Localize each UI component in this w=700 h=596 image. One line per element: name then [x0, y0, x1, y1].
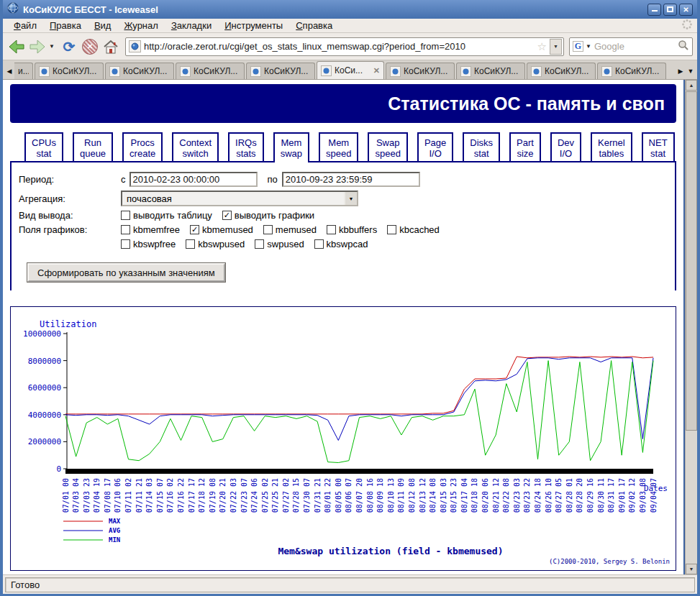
- menu-file[interactable]: Файл: [7, 19, 43, 32]
- svg-text:08/26 10: 08/26 10: [545, 478, 553, 513]
- utilization-chart: Utilization02000000400000060000008000000…: [10, 306, 676, 571]
- svg-text:08/18 18: 08/18 18: [471, 478, 478, 513]
- history-dropdown-icon[interactable]: ▼: [49, 43, 58, 50]
- url-dropdown-button[interactable]: ▼: [550, 39, 562, 55]
- checkbox-icon: ✓: [121, 211, 130, 220]
- checkbox-kbbuffers[interactable]: ✓ kbbuffers: [327, 224, 377, 235]
- os-tab-net-stat[interactable]: NETstat: [642, 132, 675, 161]
- menu-tools[interactable]: Инструменты: [218, 19, 289, 32]
- status-bar: Готово: [3, 574, 697, 594]
- svg-text:0: 0: [56, 464, 61, 474]
- os-tab-cpus-stat[interactable]: CPUsstat: [24, 132, 63, 161]
- svg-text:07/04 19: 07/04 19: [93, 478, 101, 513]
- svg-text:08/28 20: 08/28 20: [576, 478, 583, 513]
- aggregation-select[interactable]: почасовая ▼: [121, 191, 358, 206]
- os-tab-irqs-stats[interactable]: IRQsstats: [228, 132, 264, 161]
- window-titlebar[interactable]: КоСиКУЛС БЕССТ - Iceweasel ✕: [3, 0, 697, 19]
- browser-tab[interactable]: и...: [14, 63, 33, 79]
- checkbox-kbswpcad[interactable]: ✓ kbswpcad: [314, 239, 368, 249]
- menu-help[interactable]: Справка: [289, 19, 339, 32]
- maximize-button[interactable]: [663, 4, 677, 16]
- reload-button[interactable]: ⟳: [60, 36, 78, 58]
- page-title: Статистика ОС - память и своп: [10, 84, 676, 123]
- scrollbar-track[interactable]: ▲ ▼: [685, 80, 697, 574]
- tabs-list-dropdown-icon[interactable]: ▼: [686, 63, 696, 79]
- tabs-scroll-left-icon[interactable]: ◀: [4, 63, 14, 79]
- scrollbar-down-button[interactable]: ▼: [686, 564, 697, 574]
- browser-tab[interactable]: КоСиКУЛ...: [35, 63, 104, 79]
- menu-edit[interactable]: Правка: [43, 19, 88, 32]
- menu-bookmarks[interactable]: Закладки: [165, 19, 218, 32]
- app-icon: [7, 2, 19, 17]
- os-tab-part-size[interactable]: Partsize: [509, 132, 541, 161]
- close-button[interactable]: ✕: [679, 4, 693, 16]
- browser-tab[interactable]: КоСиКУЛ...: [246, 63, 315, 79]
- browser-tab[interactable]: КоСиКУЛ...: [386, 63, 455, 79]
- menu-history[interactable]: Журнал: [117, 19, 164, 32]
- search-icon[interactable]: [678, 40, 689, 54]
- svg-text:07/16 02: 07/16 02: [166, 478, 174, 513]
- scrollbar-thumb[interactable]: [686, 91, 697, 431]
- browser-tab[interactable]: КоСиКУЛ...: [456, 63, 525, 79]
- svg-text:2000000: 2000000: [28, 437, 61, 446]
- scrollbar-up-button[interactable]: ▲: [686, 80, 697, 91]
- os-tab-mem-swap[interactable]: Memswap: [273, 132, 309, 162]
- svg-text:07/25 21: 07/25 21: [271, 478, 279, 513]
- bookmark-star-icon[interactable]: ☆: [537, 41, 547, 52]
- generate-button[interactable]: Сформировать по указанным значениям: [27, 263, 225, 282]
- url-bar: ☆ ▼: [125, 37, 564, 56]
- svg-text:08/10 13: 08/10 13: [387, 478, 395, 513]
- chevron-down-icon[interactable]: ▼: [344, 192, 357, 205]
- checkbox-kbmemfree[interactable]: ✓ kbmemfree: [121, 224, 180, 235]
- browser-tab[interactable]: КоСиКУЛ...: [527, 63, 596, 79]
- search-input[interactable]: [594, 41, 676, 52]
- os-tab-page-io[interactable]: PageI/O: [417, 132, 453, 161]
- page-favicon: [180, 66, 191, 77]
- search-engine-dropdown-icon[interactable]: ▼: [586, 43, 592, 50]
- browser-tab[interactable]: КоСиКУЛ...: [176, 63, 245, 79]
- period-to-input[interactable]: [282, 172, 420, 187]
- tab-close-icon[interactable]: ✕: [373, 66, 380, 75]
- svg-text:Dates: Dates: [644, 484, 668, 493]
- browser-tab[interactable]: КоСиКУЛ...: [105, 63, 174, 79]
- checkbox-memused[interactable]: ✓ memused: [263, 224, 317, 235]
- os-tab-kernel-tables[interactable]: Kerneltables: [591, 132, 632, 161]
- checkbox-kbcached[interactable]: ✓ kbcached: [387, 224, 440, 235]
- os-tab-dev-io[interactable]: DevI/O: [550, 132, 581, 161]
- os-tab-swap-speed[interactable]: Swapspeed: [368, 132, 407, 161]
- svg-text:08/23 22: 08/23 22: [523, 478, 531, 513]
- checkbox-kbswpused[interactable]: ✓ kbswpused: [186, 239, 245, 249]
- checkbox-icon: ✓: [121, 239, 130, 249]
- menu-view[interactable]: Вид: [88, 19, 118, 32]
- checkbox-kbswpfree[interactable]: ✓ kbswpfree: [121, 239, 176, 249]
- checkbox-icon: ✓: [263, 225, 273, 234]
- forward-button[interactable]: [28, 36, 47, 58]
- back-arrow-icon: [8, 39, 25, 55]
- back-button[interactable]: [7, 36, 26, 58]
- checkbox-output-charts[interactable]: ✓ выводить графики: [222, 210, 314, 221]
- svg-text:08/17 04: 08/17 04: [460, 478, 468, 513]
- search-engine-icon[interactable]: G: [573, 41, 583, 52]
- svg-text:08/09 18: 08/09 18: [376, 478, 384, 513]
- svg-text:07/23 07: 07/23 07: [240, 478, 248, 513]
- period-from-input[interactable]: [129, 172, 258, 187]
- svg-text:08/23 03: 08/23 03: [513, 478, 521, 513]
- checkbox-swpused[interactable]: ✓ swpused: [255, 239, 304, 249]
- os-tab-disks-stat[interactable]: Disksstat: [463, 132, 500, 161]
- stop-button[interactable]: ✕: [81, 36, 99, 58]
- checkbox-kbmemused[interactable]: ✓ kbmemused: [190, 224, 253, 235]
- os-tab-procs-create[interactable]: Procscreate: [122, 132, 163, 161]
- checkbox-icon: ✓: [121, 225, 130, 234]
- checkbox-output-table[interactable]: ✓ выводить таблицу: [121, 210, 212, 221]
- page-favicon: [39, 66, 50, 77]
- os-tab-mem-speed[interactable]: Memspeed: [319, 132, 358, 161]
- browser-tab[interactable]: КоСиКУЛ...: [597, 63, 666, 79]
- os-tab-context-switch[interactable]: Contextswitch: [172, 132, 219, 161]
- tabs-scroll-right-icon[interactable]: ▶: [676, 63, 686, 79]
- home-button[interactable]: [101, 36, 120, 58]
- os-tab-run-queue[interactable]: Runqueue: [73, 132, 113, 161]
- minimize-button[interactable]: [647, 4, 661, 16]
- url-input[interactable]: [144, 41, 535, 52]
- browser-tab-active[interactable]: КоСи... ✕: [317, 61, 384, 79]
- svg-text:08/20 06: 08/20 06: [481, 478, 489, 513]
